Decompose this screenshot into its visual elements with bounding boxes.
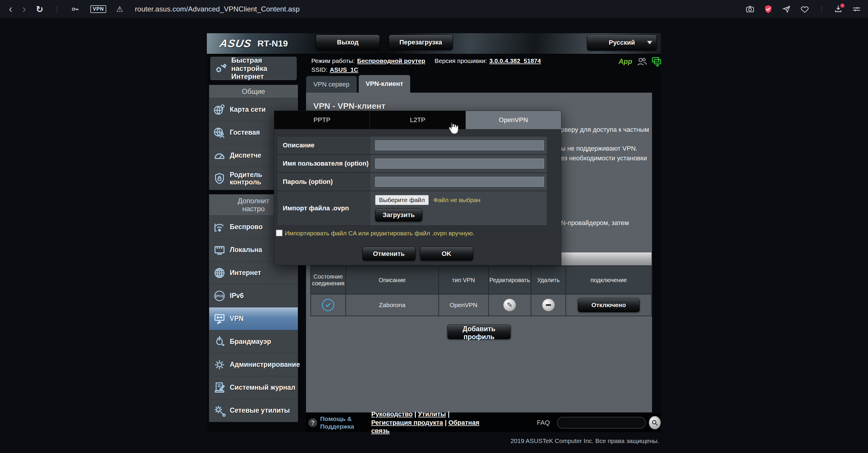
sidebar-item-system-log[interactable]: Системный журнал xyxy=(209,376,298,399)
description-input[interactable] xyxy=(375,140,544,150)
dialog-actions: Отменить OK xyxy=(274,247,561,261)
username-input[interactable] xyxy=(375,159,544,168)
back-icon[interactable]: ‹ xyxy=(9,4,12,14)
import-ca-checkbox[interactable] xyxy=(276,230,282,236)
ssid-value[interactable]: ASUS_1C xyxy=(330,66,359,73)
guest-network-icon xyxy=(209,126,230,139)
header-banner: ASUS RT-N19 Выход Перезагрузка Русский xyxy=(207,33,661,55)
connection-toggle-button[interactable]: Отключено xyxy=(578,298,640,312)
sidebar-item-vpn[interactable]: VPN xyxy=(209,307,298,330)
link-manual[interactable]: Руководство xyxy=(371,410,413,418)
cancel-button[interactable]: Отменить xyxy=(363,247,415,261)
address-bar[interactable]: router.asus.com/Advanced_VPNClient_Conte… xyxy=(135,5,300,13)
camera-icon[interactable] xyxy=(745,4,755,14)
dialog-tab-openvpn[interactable]: OpenVPN xyxy=(466,111,561,129)
sliders-icon[interactable] xyxy=(851,4,862,14)
gear-wrench2-icon xyxy=(209,404,230,417)
table-row: Zaborona OpenVPN ✎ Отключено xyxy=(311,294,651,316)
ok-button[interactable]: OK xyxy=(420,247,473,261)
add-profile-button[interactable]: Добавить профиль xyxy=(447,324,511,339)
import-ca-option: Импортировать файл CA или редактировать … xyxy=(276,230,474,237)
footer: ? Помощь & Поддержка Руководство|Утилиты… xyxy=(306,413,661,432)
edit-cell: ✎ xyxy=(489,294,531,316)
delete-cell xyxy=(531,294,566,316)
connect-cell: Отключено xyxy=(566,294,651,316)
sidebar-item-administration[interactable]: Администрирование xyxy=(209,353,298,376)
import-label: Импорт файла .ovpn xyxy=(277,191,370,225)
form-row-description: Описание xyxy=(277,136,547,155)
link-product-registration[interactable]: Регистрация продукта xyxy=(371,419,443,426)
gauge-icon xyxy=(209,149,230,162)
dialog-form: Описание Имя пользователя (option) Парол… xyxy=(277,136,547,226)
form-row-import: Импорт файла .ovpn Выберите файл Файл не… xyxy=(277,191,547,225)
dialog-tab-pptp[interactable]: PPTP xyxy=(274,111,370,129)
vpn-monitor-icon xyxy=(209,312,230,326)
gear-icon xyxy=(209,358,230,371)
sidebar-item-ipv6[interactable]: IPV6 IPv6 xyxy=(209,284,298,307)
section-title-general: Общие xyxy=(209,85,298,98)
upload-button[interactable]: Загрузить xyxy=(375,208,422,222)
description-fragment: ы не поддерживают VPN. xyxy=(561,145,652,152)
mode-label: Режим работы: xyxy=(311,57,355,64)
vpn-badge[interactable]: VPN xyxy=(90,5,106,13)
footer-links: Руководство|Утилиты|Регистрация продукта… xyxy=(371,410,481,435)
language-select[interactable]: Русский xyxy=(587,35,657,51)
sidebar-item-label: Беспрово xyxy=(230,223,263,231)
form-row-username: Имя пользователя (option) xyxy=(277,155,547,173)
download-icon[interactable] xyxy=(833,4,843,14)
col-edit: Редактировать xyxy=(489,266,531,294)
sidebar-item-label: IPv6 xyxy=(230,292,244,299)
col-description: Описание xyxy=(346,266,439,294)
password-input[interactable] xyxy=(375,177,544,187)
logout-button[interactable]: Выход xyxy=(316,35,380,50)
search-icon[interactable] xyxy=(649,416,661,429)
tab-vpn-client[interactable]: VPN-клиент xyxy=(359,75,410,93)
reboot-button[interactable]: Перезагрузка xyxy=(389,35,453,50)
profile-vpn-type: OpenVPN xyxy=(439,294,489,316)
reload-icon[interactable]: ↻ xyxy=(36,4,43,14)
profile-description: Zaborona xyxy=(346,294,439,316)
form-row-password: Пароль (option) xyxy=(277,173,547,191)
vpn-client-dialog: PPTP L2TP OpenVPN Описание Имя пользоват… xyxy=(274,110,561,265)
dialog-tabs: PPTP L2TP OpenVPN xyxy=(274,111,561,129)
devices-icon[interactable] xyxy=(651,56,662,67)
faq-search-input[interactable] xyxy=(557,417,646,429)
sidebar-item-firewall[interactable]: Брандмауэр xyxy=(209,330,298,353)
firmware-label: Версия прошивки: xyxy=(435,57,487,64)
clients-icon[interactable] xyxy=(636,56,648,67)
tab-vpn-server[interactable]: VPN сервер xyxy=(306,76,357,93)
forward-icon[interactable]: › xyxy=(22,4,26,14)
description-fragment: ез необходимости установки xyxy=(561,155,652,162)
col-connection-state: Состояние соединения xyxy=(311,266,346,294)
model-name: RT-N19 xyxy=(257,38,288,48)
delete-minus-icon[interactable] xyxy=(542,298,555,312)
quick-setup-button[interactable]: Быстрая настройка Интернет xyxy=(210,57,297,80)
choose-file-button[interactable]: Выберите файл xyxy=(375,195,429,205)
link-utilities[interactable]: Утилиты xyxy=(418,410,446,418)
file-status: Файл не выбран xyxy=(433,196,480,203)
col-vpn-type: тип VPN xyxy=(439,266,489,294)
sidebar-item-label: Карта сети xyxy=(230,106,266,113)
firmware-value[interactable]: 3.0.0.4.382_51874 xyxy=(489,57,541,64)
mode-value[interactable]: Беспроводной роутер xyxy=(357,57,425,64)
key-icon[interactable] xyxy=(70,4,80,14)
sidebar-item-label: Брандмауэр xyxy=(230,338,271,345)
shield-check-icon[interactable] xyxy=(763,4,773,14)
description-label: Описание xyxy=(277,136,370,154)
heart-icon[interactable] xyxy=(800,4,810,14)
quick-setup-label: Быстрая настройка Интернет xyxy=(231,56,287,80)
globe-icon xyxy=(209,266,230,280)
dialog-tab-l2tp[interactable]: L2TP xyxy=(370,111,465,129)
app-link[interactable]: App xyxy=(619,57,632,66)
check-circle-icon xyxy=(322,299,334,311)
chevron-down-icon xyxy=(647,41,652,44)
sidebar-item-label: Родитель контроль xyxy=(230,171,268,186)
warning-icon[interactable]: ⚠ xyxy=(116,5,123,14)
import-ca-label: Импортировать файл CA или редактировать … xyxy=(285,230,474,237)
faq-label: FAQ xyxy=(537,419,550,426)
wifi-icon xyxy=(209,220,230,234)
send-icon[interactable] xyxy=(781,4,792,14)
sidebar-item-network-tools[interactable]: Сетевые утилиты xyxy=(209,399,298,422)
edit-pencil-icon[interactable]: ✎ xyxy=(503,298,517,312)
description-fragment: N-провайдером, затем xyxy=(561,219,652,227)
